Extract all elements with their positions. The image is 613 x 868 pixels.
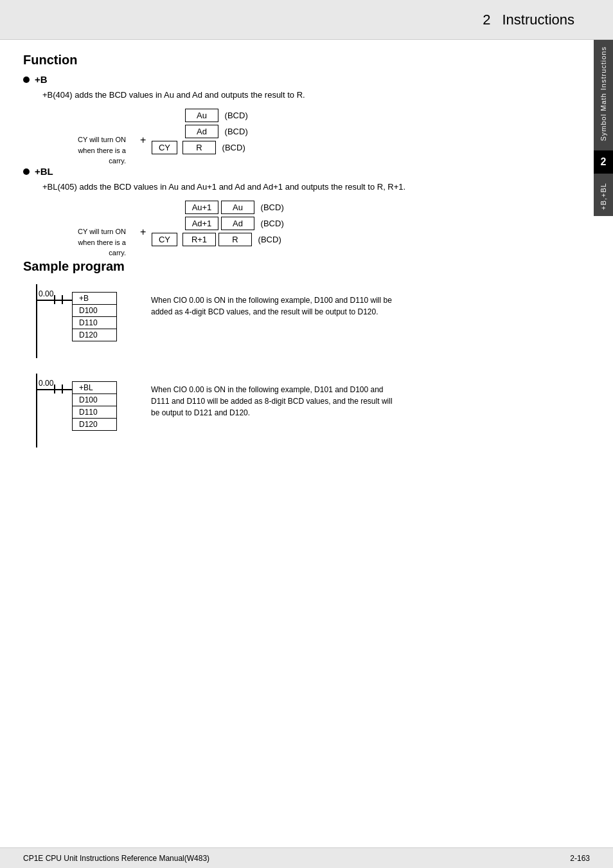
plus-bl-r-box: R: [218, 233, 252, 246]
ladder-rail-2: [36, 374, 37, 448]
ladder-program-2: 0.00 +BL D100 D110 D120 When CIO 0.00 is…: [36, 374, 569, 448]
contact-mid-line-1: [55, 300, 62, 301]
plus-b-description: +B(404) adds the BCD values in Au and Ad…: [42, 90, 569, 100]
footer-left: CP1E CPU Unit Instructions Reference Man…: [23, 854, 209, 863]
contact-mid-line-2: [55, 389, 62, 390]
plus-bl-au-bcd: (BCD): [258, 203, 284, 212]
plus-bl-description: +BL(405) adds the BCD values in Au and A…: [42, 182, 569, 192]
contact-address-1: 0.00: [39, 289, 53, 298]
plus-b-cy-box: CY: [152, 141, 177, 154]
plus-b-label: +B: [35, 74, 48, 85]
plus-b-heading: +B: [23, 74, 569, 85]
ladder-diagram-2: 0.00 +BL D100 D110 D120: [36, 374, 136, 448]
right-side-tab: Symbol Math Instructions 2 +B,+BL: [594, 40, 613, 216]
plus-bl-ad-box: Ad: [221, 217, 254, 230]
plus-b-au-box: Au: [185, 109, 218, 122]
plus-bl-ad1-box: Ad+1: [185, 217, 218, 230]
contact-to-box-line-2: [63, 389, 72, 390]
plus-b-ad-bcd: (BCD): [222, 127, 248, 136]
instr-op3-1: D120: [73, 329, 116, 341]
ladder-horiz-1: [37, 300, 54, 301]
cy-label-bl: CY will turn ONwhen there is acarry.: [23, 226, 126, 258]
footer-right: 2-163: [570, 854, 590, 863]
right-tab-section-label: Symbol Math Instructions: [597, 40, 610, 148]
plus-bl-cy-box: CY: [152, 233, 177, 246]
plus-b-au-bcd: (BCD): [222, 111, 248, 120]
bullet-dot-1: [23, 77, 30, 83]
instr-op1-2: D100: [73, 394, 116, 406]
plus-b-r-box: R: [182, 141, 216, 154]
plus-bl-ad-bcd: (BCD): [258, 219, 284, 228]
contact-address-2: 0.00: [39, 379, 53, 388]
sample-program-title: Sample program: [23, 259, 569, 274]
ladder-horiz-2: [37, 389, 54, 390]
plus-bl-heading: +BL: [23, 166, 569, 177]
ladder-rail-1: [36, 284, 37, 358]
ladder-comment-1: When CIO 0.00 is ON in the following exa…: [151, 284, 395, 318]
top-bar: 2 Instructions: [0, 0, 613, 40]
instr-op1-1: D100: [73, 305, 116, 317]
chapter-number: 2: [483, 12, 490, 28]
plus-bl-diagram: Au+1 Au (BCD) + Ad+1 Ad (BCD) CY will tu…: [152, 201, 569, 246]
contact-to-box-line-1: [63, 300, 72, 301]
page-title: Instructions: [502, 12, 575, 28]
instr-label-1: +B: [73, 293, 116, 305]
plus-bl-r1-box: R+1: [182, 233, 216, 246]
instruction-box-2: +BL D100 D110 D120: [72, 381, 117, 431]
right-tab-subsection: +B,+BL: [597, 176, 610, 217]
footer: CP1E CPU Unit Instructions Reference Man…: [0, 847, 613, 868]
instr-op2-1: D110: [73, 317, 116, 329]
main-content: Function +B +B(404) adds the BCD values …: [23, 40, 589, 448]
bullet-dot-2: [23, 168, 30, 175]
instr-op2-2: D110: [73, 406, 116, 419]
plus-b-ad-box: Ad: [185, 125, 218, 138]
ladder-diagram-1: 0.00 +B D100 D110 D120: [36, 284, 136, 358]
plus-bl-label: +BL: [35, 166, 53, 177]
instruction-box-1: +B D100 D110 D120: [72, 292, 117, 341]
ladder-comment-2: When CIO 0.00 is ON in the following exa…: [151, 374, 395, 419]
instr-op3-2: D120: [73, 419, 116, 430]
right-tab-chapter-number: 2: [594, 150, 613, 174]
ladder-program-1: 0.00 +B D100 D110 D120 When CIO 0.00 is …: [36, 284, 569, 358]
instr-label-2: +BL: [73, 382, 116, 394]
plus-bl-au1-box: Au+1: [185, 201, 218, 214]
cy-label-b: CY will turn ONwhen there is acarry.: [23, 134, 126, 167]
plus-b-r-bcd: (BCD): [220, 143, 245, 152]
plus-bl-r-bcd: (BCD): [256, 235, 281, 244]
plus-bl-au-box: Au: [221, 201, 254, 214]
plus-b-diagram: Au (BCD) + Ad (BCD) CY will turn ONwhen …: [152, 109, 569, 154]
function-title: Function: [23, 53, 569, 68]
